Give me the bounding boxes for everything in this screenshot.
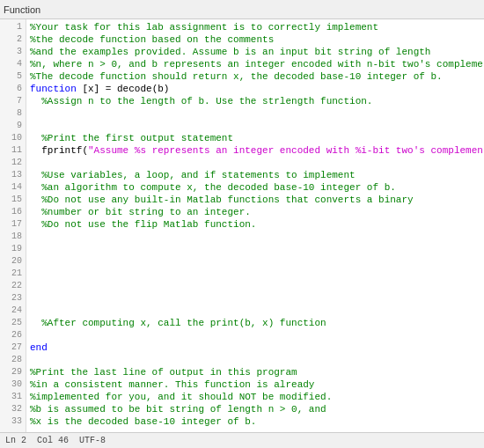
line-number: 32: [2, 403, 22, 415]
line-number: 6: [2, 83, 22, 95]
editor-container: Function 1234567891011121314151617181920…: [0, 0, 484, 448]
line-number: 23: [2, 292, 22, 305]
code-line: %an algorithm to compute x, the decoded …: [30, 181, 480, 194]
code-line: [30, 157, 480, 169]
code-line: %Print the last line of output in this p…: [30, 366, 480, 378]
line-number: 11: [2, 144, 22, 157]
line-number: 27: [2, 342, 22, 354]
code-line: %Your task for this lab assignment is to…: [30, 21, 480, 33]
code-line: [30, 268, 480, 280]
line-number: 7: [2, 95, 22, 107]
code-line: %number or bit string to an integer.: [30, 206, 480, 218]
code-line: [30, 255, 480, 268]
line-numbers: 1234567891011121314151617181920212223242…: [0, 19, 26, 432]
code-line: [30, 243, 480, 255]
line-number: 3: [2, 46, 22, 58]
line-number: 33: [2, 415, 22, 428]
line-number: 30: [2, 378, 22, 391]
line-number: 17: [2, 218, 22, 231]
status-bar: Ln 2 Col 46 UTF-8: [0, 432, 484, 448]
line-number: 12: [2, 157, 22, 169]
code-line: %Assign n to the length of b. Use the st…: [30, 95, 480, 107]
line-number: 21: [2, 268, 22, 280]
code-line: %in a consistent manner. This function i…: [30, 378, 480, 391]
line-number: 10: [2, 132, 22, 144]
code-line: [30, 292, 480, 305]
line-number: 14: [2, 181, 22, 194]
line-number: 31: [2, 391, 22, 403]
code-line: end: [30, 342, 480, 354]
line-number: 13: [2, 169, 22, 181]
code-line: %b is assumed to be bit string of length…: [30, 403, 480, 415]
line-number: 2: [2, 33, 22, 46]
line-number: 19: [2, 243, 22, 255]
status-encoding: UTF-8: [79, 436, 106, 445]
code-line: %x is the decoded base-10 integer of b.: [30, 415, 480, 428]
status-ln: Ln 2: [5, 436, 26, 445]
line-number: 22: [2, 280, 22, 292]
code-line: %Use variables, a loop, and if statement…: [30, 169, 480, 181]
code-line: %After computing x, call the print(b, x)…: [30, 317, 480, 329]
line-number: 25: [2, 317, 22, 329]
line-number: 26: [2, 329, 22, 342]
line-number: 1: [2, 21, 22, 33]
line-number: 18: [2, 231, 22, 243]
line-number: 20: [2, 255, 22, 268]
code-area[interactable]: %Your task for this lab assignment is to…: [26, 19, 484, 432]
code-line: %and the examples provided. Assume b is …: [30, 46, 480, 58]
code-line: [30, 107, 480, 120]
status-col: Col 46: [37, 436, 69, 445]
line-number: 28: [2, 354, 22, 366]
editor-main: 1234567891011121314151617181920212223242…: [0, 19, 484, 432]
code-line: [30, 305, 480, 317]
code-line: [30, 280, 480, 292]
line-number: 16: [2, 206, 22, 218]
code-line: fprintf("Assume %s represents an integer…: [30, 144, 480, 157]
code-line: %Do not use any built-in Matlab function…: [30, 194, 480, 206]
line-number: 5: [2, 70, 22, 83]
code-line: %the decode function based on the commen…: [30, 33, 480, 46]
code-line: [30, 120, 480, 132]
line-number: 29: [2, 366, 22, 378]
code-line: %n, where n > 0, and b represents an int…: [30, 58, 480, 70]
line-number: 4: [2, 58, 22, 70]
function-label: Function: [4, 4, 40, 15]
toolbar: Function: [0, 0, 484, 19]
code-line: [30, 329, 480, 342]
line-number: 9: [2, 120, 22, 132]
code-line: %Do not use the flip Matlab function.: [30, 218, 480, 231]
code-line: %Print the first output statement: [30, 132, 480, 144]
line-number: 15: [2, 194, 22, 206]
line-number: 24: [2, 305, 22, 317]
line-number: 8: [2, 107, 22, 120]
code-line: %The decode function should return x, th…: [30, 70, 480, 83]
code-line: [30, 231, 480, 243]
code-line: function [x] = decode(b): [30, 83, 480, 95]
code-line: [30, 354, 480, 366]
code-line: %implemented for you, and it should NOT …: [30, 391, 480, 403]
